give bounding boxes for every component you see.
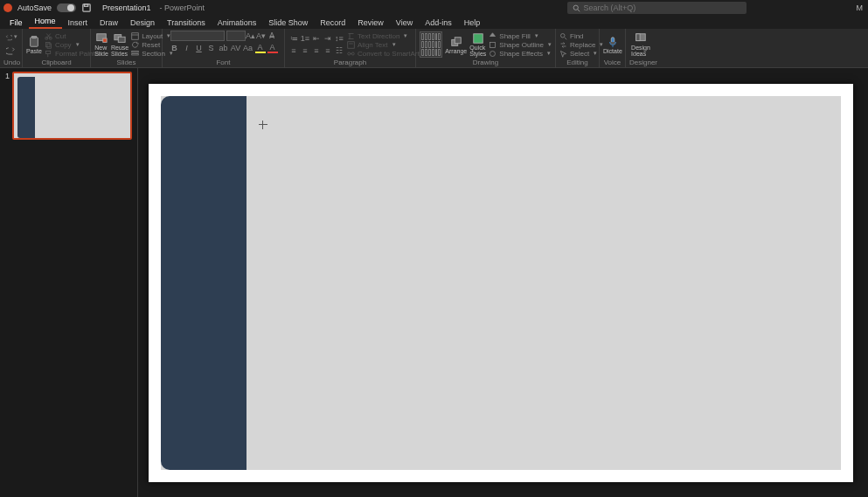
bullets-button[interactable]: ≔ (288, 33, 299, 44)
svg-rect-14 (118, 37, 125, 42)
shadow-button[interactable]: ab (219, 43, 229, 53)
group-designer: Design Ideas Designer (626, 29, 656, 67)
thumb-shape-rectangle (17, 77, 35, 138)
strike-button[interactable]: S (206, 43, 217, 53)
align-left[interactable]: ≡ (288, 45, 299, 56)
line-spacing-button[interactable]: ↕≡ (334, 33, 344, 44)
convert-smartart-button[interactable]: Convert to SmartArt▾ (347, 50, 427, 58)
tab-slideshow[interactable]: Slide Show (262, 17, 314, 29)
justify[interactable]: ≡ (323, 45, 333, 56)
reuse-slides-button[interactable]: Reuse Slides (111, 31, 128, 59)
tab-insert[interactable]: Insert (62, 17, 94, 29)
font-family-select[interactable] (170, 31, 225, 41)
clear-format-button[interactable]: A̶ (267, 31, 277, 41)
redo-button[interactable] (5, 44, 17, 56)
tab-animations[interactable]: Animations (212, 17, 263, 29)
autosave-toggle[interactable] (57, 3, 76, 12)
find-button[interactable]: Find (559, 32, 603, 40)
svg-point-21 (348, 52, 351, 55)
search-icon (573, 4, 580, 12)
svg-point-29 (561, 33, 566, 38)
group-undo-label: Undo (3, 59, 18, 67)
text-direction-button[interactable]: Text Direction▾ (347, 32, 427, 40)
shapes-gallery[interactable] (420, 31, 442, 58)
spacing-button[interactable]: AV (231, 43, 241, 53)
group-drawing: Arrange Quick Styles Shape Fill▾ Shape O… (416, 29, 556, 67)
tab-design[interactable]: Design (124, 17, 161, 29)
tab-draw[interactable]: Draw (94, 17, 124, 29)
dec-indent-button[interactable]: ⇤ (311, 33, 322, 44)
quick-styles-button[interactable]: Quick Styles (469, 31, 486, 59)
svg-rect-5 (31, 36, 36, 38)
columns-button[interactable]: ☷ (334, 45, 344, 56)
slide-canvas-area[interactable] (138, 68, 868, 497)
svg-rect-17 (132, 51, 139, 52)
tab-transitions[interactable]: Transitions (161, 17, 212, 29)
account-initial[interactable]: M (857, 3, 864, 12)
svg-rect-26 (474, 34, 483, 44)
undo-button[interactable]: ▾ (5, 31, 17, 43)
increase-font-button[interactable]: A▴ (246, 31, 256, 41)
shape-fill-button[interactable]: Shape Fill▾ (489, 32, 552, 40)
paste-button[interactable]: Paste (26, 31, 42, 59)
font-color-button[interactable]: A (267, 43, 278, 53)
highlight-button[interactable]: A (255, 43, 266, 53)
svg-point-22 (351, 52, 354, 55)
search-box[interactable] (567, 2, 746, 14)
group-designer-label: Designer (629, 59, 652, 67)
ribbon: ▾ Undo Paste Cut Copy▾ Format Painter Cl… (0, 29, 868, 68)
group-voice-label: Voice (603, 59, 621, 67)
new-slide-button[interactable]: New Slide (94, 31, 108, 59)
group-undo: ▾ Undo (0, 29, 23, 67)
dictate-button[interactable]: Dictate (603, 31, 622, 59)
tab-addins[interactable]: Add-ins (419, 17, 458, 29)
tab-home[interactable]: Home (29, 15, 62, 29)
shape-outline-button[interactable]: Shape Outline▾ (489, 41, 552, 49)
tab-help[interactable]: Help (458, 17, 487, 29)
group-editing: Find Replace▾ Select▾ Editing (556, 29, 600, 67)
svg-rect-19 (348, 41, 355, 48)
group-editing-label: Editing (559, 59, 595, 67)
change-case-button[interactable]: Aa (243, 43, 253, 53)
tab-view[interactable]: View (390, 17, 419, 29)
align-right[interactable]: ≡ (311, 45, 322, 56)
tab-file[interactable]: File (3, 17, 29, 29)
tab-record[interactable]: Record (314, 17, 351, 29)
underline-button[interactable]: U (194, 43, 205, 53)
group-paragraph: ≔ 1≡ ⇤ ⇥ ↕≡ ≡ ≡ ≡ ≡ ☷ Text Direction▾ Al… (285, 29, 416, 67)
group-voice: Dictate Voice (600, 29, 626, 67)
slide-thumb-preview[interactable] (12, 72, 132, 140)
select-button[interactable]: Select▾ (559, 50, 603, 58)
svg-line-30 (565, 38, 566, 39)
group-drawing-label: Drawing (420, 59, 552, 67)
italic-button[interactable]: I (182, 43, 192, 53)
document-title[interactable]: Presentation1 (102, 3, 151, 12)
workspace: 1 (0, 68, 868, 497)
align-center[interactable]: ≡ (300, 45, 310, 56)
numbers-button[interactable]: 1≡ (300, 33, 310, 44)
bold-button[interactable]: B (170, 43, 180, 53)
slide-background (161, 96, 841, 470)
decrease-font-button[interactable]: A▾ (256, 31, 267, 41)
arrange-button[interactable]: Arrange (445, 31, 467, 59)
replace-button[interactable]: Replace▾ (559, 41, 603, 49)
group-font-label: Font (166, 59, 281, 67)
save-icon[interactable] (81, 3, 92, 13)
svg-point-28 (490, 51, 496, 56)
svg-rect-33 (636, 34, 640, 41)
app-name: - PowerPoint (160, 3, 205, 12)
tab-review[interactable]: Review (351, 17, 390, 29)
font-size-select[interactable] (226, 31, 246, 41)
svg-rect-8 (45, 42, 50, 46)
align-text-button[interactable]: Align Text▾ (347, 41, 427, 49)
search-input[interactable] (584, 3, 741, 12)
shape-effects-button[interactable]: Shape Effects▾ (489, 50, 552, 58)
svg-rect-1 (85, 4, 88, 6)
slide-shape-rectangle[interactable] (161, 96, 247, 470)
slide[interactable] (149, 84, 853, 482)
slide-thumb-1[interactable]: 1 (5, 72, 132, 140)
svg-rect-4 (31, 37, 38, 46)
inc-indent-button[interactable]: ⇥ (323, 33, 333, 44)
slide-thumbnail-pane[interactable]: 1 (0, 68, 138, 497)
design-ideas-button[interactable]: Design Ideas (629, 31, 652, 59)
